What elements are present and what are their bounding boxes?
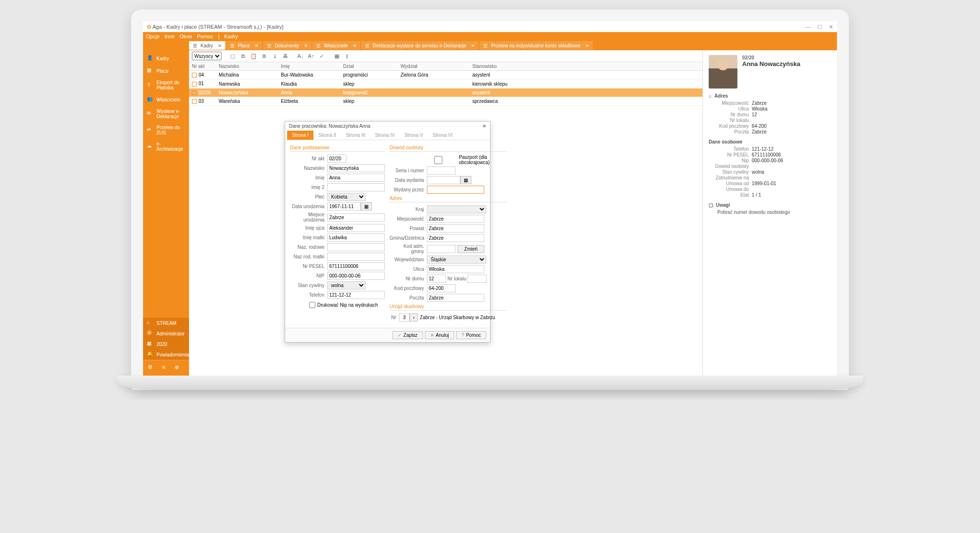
table-row[interactable]: 03WareńskaElżbietasklepsprzedawca xyxy=(189,97,702,106)
menu-opcje[interactable]: Opcje xyxy=(146,33,160,39)
tool-columns[interactable]: ⫿ xyxy=(343,52,352,60)
sidebar-item-place[interactable]: ▦Płace xyxy=(143,65,189,77)
tab-place[interactable]: ☰Płace✕ xyxy=(226,41,262,50)
table-row[interactable]: 01NarewskaKlaudiasklepkierownik sklepu xyxy=(189,79,702,88)
document-tabs: ☰Kadry✕ ☰Płace✕ ☰Dokumenty✕ ☰Właściciele… xyxy=(143,41,837,50)
col-nr[interactable]: Nr akt xyxy=(189,62,216,71)
menu-kadry[interactable]: Kadry xyxy=(224,33,238,39)
sidebar-item-przelew[interactable]: ⇄Przelew do ZUS xyxy=(143,122,189,138)
tool-paste[interactable]: 📋 xyxy=(249,52,258,60)
input-nr-akt[interactable] xyxy=(327,155,346,163)
input-nazwisko[interactable] xyxy=(327,164,385,172)
sidebar-bottom-powiadomienia[interactable]: 🔔Powiadomienia xyxy=(143,349,189,360)
input-imie-matki[interactable] xyxy=(327,233,385,242)
tab-dokumenty[interactable]: ☰Dokumenty✕ xyxy=(263,41,312,50)
select-stan-cyw[interactable]: wolna xyxy=(327,281,366,289)
calendar-button[interactable]: ▦ xyxy=(361,202,372,211)
input-imie-ojca[interactable] xyxy=(327,224,385,232)
input-nr-domu[interactable] xyxy=(427,275,446,283)
input-powiat[interactable] xyxy=(427,224,484,233)
tab-przelew[interactable]: ☰Przelew na indywidualne konto składkowe… xyxy=(479,41,593,50)
window-minimize[interactable]: — xyxy=(805,24,811,30)
window-close[interactable]: ✕ xyxy=(829,24,833,30)
close-footer-icon[interactable]: ⊗ xyxy=(175,364,182,372)
input-poczta[interactable] xyxy=(427,294,484,302)
sidebar-item-wlasciciele[interactable]: 👥Właściciele xyxy=(143,93,189,106)
dialog-close[interactable]: ✕ xyxy=(482,123,486,129)
input-seria[interactable] xyxy=(427,167,456,175)
input-pesel[interactable] xyxy=(327,262,385,270)
input-data-ur[interactable] xyxy=(327,202,361,211)
tab-wlasciciele[interactable]: ☰Właściciele✕ xyxy=(312,41,360,50)
menu-okno[interactable]: Okno xyxy=(179,33,192,39)
input-nr-lokalu[interactable] xyxy=(468,275,487,283)
filter-select[interactable]: Wszyscy xyxy=(192,52,222,60)
table-row[interactable]: 04MichalinaBur-WadowskaprogramiściZielon… xyxy=(189,71,702,79)
window-maximize[interactable]: ☐ xyxy=(817,24,822,30)
btn-zapisz[interactable]: ✓Zapisz xyxy=(392,331,423,339)
btn-urzad-next[interactable]: › xyxy=(410,313,418,322)
btn-anuluj[interactable]: ✕Anuluj xyxy=(425,331,455,339)
chk-paszport[interactable] xyxy=(419,156,457,164)
input-urzad-nr[interactable] xyxy=(399,313,410,322)
dlg-tab-6[interactable]: Strona VI xyxy=(428,131,457,140)
col-wydzial[interactable]: Wydział xyxy=(398,62,469,71)
input-miejsce-ur[interactable] xyxy=(327,213,385,222)
select-plec[interactable]: Kobieta xyxy=(327,193,366,201)
tool-new[interactable]: ▢ xyxy=(228,52,237,60)
input-ulica[interactable] xyxy=(427,265,484,273)
calendar-icon: ▦ xyxy=(147,341,154,347)
sidebar-bottom-year[interactable]: ▦2020 xyxy=(143,339,189,349)
sidebar-item-kadry[interactable]: 👤Kadry xyxy=(143,52,189,65)
input-kod-adm[interactable] xyxy=(427,245,456,253)
tool-copy[interactable]: ⧉ xyxy=(239,52,247,60)
input-telefon[interactable] xyxy=(327,291,385,299)
table-row[interactable]: 02/20NowaczyńskaAnnaksięgowośćasystent xyxy=(189,88,702,97)
calendar-button-2[interactable]: ▦ xyxy=(460,176,471,184)
btn-zmien[interactable]: Zmień xyxy=(457,245,484,253)
input-gmina[interactable] xyxy=(427,234,484,242)
tool-sort-desc[interactable]: A↑ xyxy=(307,52,315,60)
tab-edeklaracje[interactable]: ☰Deklaracje wysłane do serwisu e-Deklara… xyxy=(361,41,479,50)
tool-sort-asc[interactable]: A↓ xyxy=(296,52,305,60)
menu-pomoc[interactable]: Pomoc xyxy=(197,33,213,39)
select-kraj[interactable] xyxy=(427,205,486,213)
sidebar: 👤Kadry ▦Płace ⇪Eksport do Płatnika 👥Właś… xyxy=(143,50,189,376)
sidebar-item-archiwizacje[interactable]: ☁e-Archiwizacje xyxy=(143,138,189,155)
sidebar-item-eksport[interactable]: ⇪Eksport do Płatnika xyxy=(143,77,189,93)
sidebar-bottom-stream[interactable]: ⌂STREAM xyxy=(143,318,189,328)
tool-check[interactable]: ✓ xyxy=(317,52,326,60)
select-woj[interactable]: Śląskie xyxy=(427,255,486,264)
dlg-tab-1[interactable]: Strona I xyxy=(287,131,313,140)
gear-icon[interactable]: ⚙ xyxy=(148,364,156,372)
sidebar-item-wyslane[interactable]: ✉Wysłane e-Deklaracje xyxy=(143,106,189,122)
dlg-tab-3[interactable]: Strona III xyxy=(341,131,370,140)
input-miejscowosc[interactable] xyxy=(427,215,484,223)
col-dzial[interactable]: Dział xyxy=(340,62,398,71)
dlg-tab-4[interactable]: Strona IV xyxy=(370,131,400,140)
sidebar-bottom-admin[interactable]: ⦿Administrator xyxy=(143,328,189,339)
input-kod-poczt[interactable] xyxy=(427,284,456,292)
btn-pomoc[interactable]: ?Pomoc xyxy=(456,331,486,339)
tool-grid[interactable]: ▦ xyxy=(333,52,341,60)
col-nazwisko[interactable]: Nazwisko xyxy=(216,62,278,71)
dlg-tab-2[interactable]: Strona II xyxy=(313,131,341,140)
input-naz-rod[interactable] xyxy=(327,243,385,251)
col-imie[interactable]: Imię xyxy=(278,62,340,71)
transfer-icon: ⇄ xyxy=(147,127,154,133)
input-wydany[interactable] xyxy=(427,186,484,194)
col-stanowisko[interactable]: Stanowisko xyxy=(469,62,702,71)
chk-drukowac-nip[interactable] xyxy=(309,302,315,308)
tool-delete[interactable]: 🗎 xyxy=(260,52,268,60)
tool-export[interactable]: ⤓ xyxy=(270,52,279,60)
input-imie[interactable] xyxy=(327,174,385,182)
input-naz-matki[interactable] xyxy=(327,253,385,261)
menu-inne[interactable]: Inne xyxy=(165,33,175,39)
input-data-wyd[interactable] xyxy=(427,176,460,184)
input-nip[interactable] xyxy=(327,272,385,280)
shuffle-icon[interactable]: ⤭ xyxy=(161,364,169,372)
tool-print[interactable]: 🖶 xyxy=(281,52,290,60)
tab-kadry[interactable]: ☰Kadry✕ xyxy=(189,41,225,50)
dlg-tab-5[interactable]: Strona V xyxy=(400,131,428,140)
input-imie2[interactable] xyxy=(327,183,385,191)
